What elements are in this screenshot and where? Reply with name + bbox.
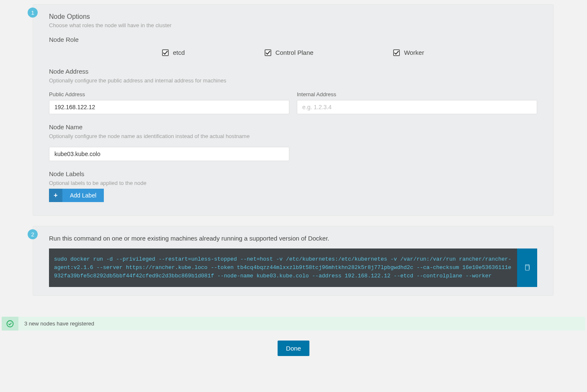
notification-text: 3 new nodes have registered	[18, 317, 585, 331]
node-address-subtitle: Optionally configure the public address …	[49, 77, 537, 84]
success-icon	[2, 317, 18, 331]
etcd-label: etcd	[173, 49, 185, 56]
node-labels-subtitle: Optional labels to be applied to the nod…	[49, 180, 537, 186]
svg-point-1	[7, 320, 13, 327]
node-options-section: Node Options Choose what roles the node …	[49, 13, 537, 56]
public-address-col: Public Address	[49, 91, 289, 114]
step-1-badge: 1	[28, 8, 38, 18]
node-name-input[interactable]	[49, 147, 289, 161]
copy-button[interactable]	[517, 249, 537, 287]
node-role-checkboxes: etcd Control Plane Worker	[49, 49, 537, 56]
step-1-panel: Node Options Choose what roles the node …	[33, 4, 554, 216]
main-container: 1 Node Options Choose what roles the nod…	[0, 4, 587, 356]
clipboard-icon	[524, 264, 530, 272]
node-name-label: Node Name	[49, 123, 537, 131]
step-2-badge: 2	[28, 229, 38, 239]
done-wrapper: Done	[0, 341, 587, 356]
checkbox-icon	[393, 49, 400, 56]
node-name-subtitle: Optionally configure the node name as id…	[49, 133, 537, 139]
svg-rect-0	[525, 266, 529, 270]
internal-address-input[interactable]	[297, 100, 537, 114]
worker-label: Worker	[404, 49, 424, 56]
add-label-button[interactable]: + Add Label	[49, 189, 104, 202]
node-labels-section: Node Labels Optional labels to be applie…	[49, 170, 537, 202]
done-button[interactable]: Done	[278, 341, 309, 356]
control-plane-label: Control Plane	[275, 49, 314, 56]
etcd-checkbox[interactable]: etcd	[162, 49, 185, 56]
internal-address-label: Internal Address	[297, 91, 537, 97]
node-role-label: Node Role	[49, 36, 537, 43]
step-2-panel: Run this command on one or more existing…	[33, 226, 554, 296]
node-options-subtitle: Choose what roles the node will have in …	[49, 22, 537, 28]
public-address-input[interactable]	[49, 100, 289, 114]
checkbox-icon	[265, 49, 271, 56]
node-address-section: Node Address Optionally configure the pu…	[49, 68, 537, 114]
node-address-label: Node Address	[49, 68, 537, 75]
internal-address-col: Internal Address	[297, 91, 537, 114]
checkbox-icon	[162, 49, 169, 56]
add-label-text: Add Label	[62, 189, 104, 202]
node-labels-label: Node Labels	[49, 170, 537, 177]
step-1-wrapper: 1 Node Options Choose what roles the nod…	[33, 4, 554, 216]
public-address-label: Public Address	[49, 91, 289, 97]
step-2-description: Run this command on one or more existing…	[49, 235, 537, 242]
node-name-section: Node Name Optionally configure the node …	[49, 123, 537, 161]
step-2-wrapper: 2 Run this command on one or more existi…	[33, 226, 554, 296]
plus-icon: +	[49, 189, 62, 202]
control-plane-checkbox[interactable]: Control Plane	[265, 49, 314, 56]
notification-bar: 3 new nodes have registered	[2, 317, 585, 331]
worker-checkbox[interactable]: Worker	[393, 49, 424, 56]
command-wrapper: sudo docker run -d --privileged --restar…	[49, 249, 537, 287]
node-name-col	[49, 147, 289, 161]
node-options-title: Node Options	[49, 13, 537, 20]
command-text: sudo docker run -d --privileged --restar…	[49, 249, 517, 287]
